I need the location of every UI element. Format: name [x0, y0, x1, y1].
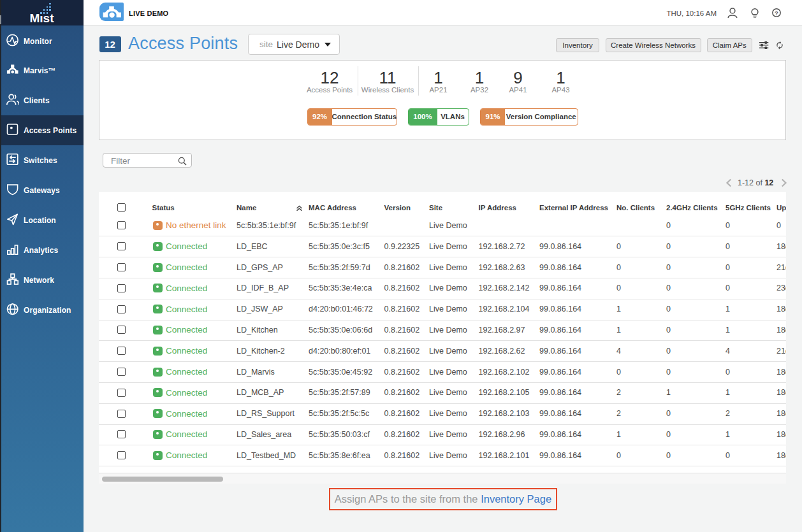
svg-text:?: ?: [775, 10, 778, 17]
